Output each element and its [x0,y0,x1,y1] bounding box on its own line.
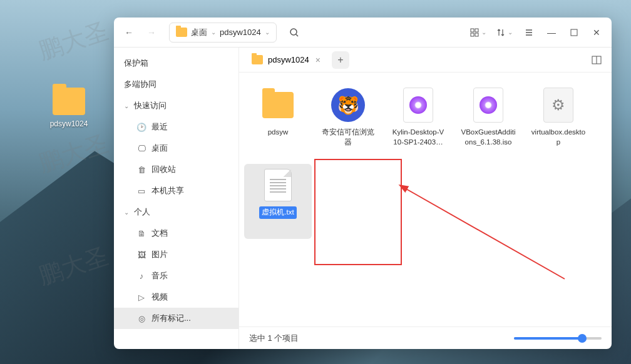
annotation-arrow [396,160,571,285]
close-button[interactable]: ✕ [587,23,607,43]
sidebar-item-music[interactable]: ♪音乐 [114,265,239,286]
status-text: 选中 1 个项目 [249,333,299,344]
sidebar-item-trash[interactable]: 🗑回收站 [114,159,239,180]
menu-button[interactable] [519,23,539,43]
svg-rect-4 [471,33,474,36]
tab-bar: pdsyw1024 × + [239,48,612,73]
sidebar: 保护箱 多端协同 ⌄快速访问 🕑最近 🖵桌面 🗑回收站 ▭本机共享 ⌄个人 🗎文… [114,48,239,349]
titlebar: ← → 桌面 ⌄ pdsyw1024 ⌄ ⌄ ⌄ — ✕ [114,18,612,48]
breadcrumb-pdsyw1024[interactable]: pdsyw1024 ⌄ [220,28,270,37]
file-name: virtualbox.desktop [528,126,588,148]
tab-label: pdsyw1024 [268,55,309,64]
file-name: 奇安信可信浏览器 [318,126,378,148]
zoom-slider[interactable] [514,337,602,340]
file-item-virtualbox-desktop[interactable]: ⚙ virtualbox.desktop [525,84,592,159]
desktop-folder-label: pdsyw1024 [50,119,88,128]
back-button[interactable]: ← [119,23,139,43]
view-grid-button[interactable]: ⌄ [466,23,490,43]
svg-point-0 [290,29,297,35]
file-name: Kylin-Desktop-V10-SP1-2403… [388,126,448,148]
sort-icon [496,28,505,37]
columns-icon [592,56,602,64]
sidebar-item-share[interactable]: ▭本机共享 [114,180,239,201]
annotation-highlight-box [314,159,402,265]
image-icon: 🖼 [136,250,146,260]
desktop-folder-pdsyw1024[interactable]: pdsyw1024 [44,88,94,129]
file-item-vm-txt[interactable]: 虚拟机.txt [244,164,312,239]
search-icon [289,28,299,38]
file-name: pdsyw [265,126,291,139]
columns-button[interactable] [588,51,605,69]
svg-line-1 [296,34,298,36]
clock-icon: 🕑 [136,122,146,132]
status-bar: 选中 1 个项目 [239,326,612,349]
main-area: pdsyw1024 × + pdsyw 🐯 奇安信可信浏览器 [239,48,612,349]
minimize-button[interactable]: — [541,23,562,43]
forward-button[interactable]: → [141,23,162,43]
sidebar-item-desktop[interactable]: 🖵桌面 [114,138,239,159]
slider-thumb[interactable] [578,334,587,343]
breadcrumb-desktop[interactable]: 桌面 ⌄ [191,27,216,38]
folder-icon: ▭ [136,186,146,196]
tag-icon: ◎ [136,313,146,323]
maximize-button[interactable] [564,23,584,43]
sidebar-item-pics[interactable]: 🖼图片 [114,244,239,265]
slider-fill [514,337,582,340]
folder-icon [176,28,187,37]
file-item-vbox-iso[interactable]: VBoxGuestAdditions_6.1.38.iso [454,84,522,159]
video-icon: ▷ [136,292,146,302]
sidebar-header-personal[interactable]: ⌄个人 [114,201,239,223]
file-item-kylin-iso[interactable]: Kylin-Desktop-V10-SP1-2403… [384,84,452,159]
text-file-icon [264,169,292,201]
search-button[interactable] [284,23,304,43]
svg-rect-5 [475,33,478,36]
sidebar-item-tags[interactable]: ◎所有标记... [114,308,239,329]
sidebar-item-baohu[interactable]: 保护箱 [114,53,239,74]
file-grid[interactable]: pdsyw 🐯 奇安信可信浏览器 Kylin-Desktop-V10-SP1-2… [239,73,612,326]
chevron-down-icon: ⌄ [124,103,129,109]
breadcrumb[interactable]: 桌面 ⌄ pdsyw1024 ⌄ [169,23,277,43]
iso-icon [403,88,433,123]
desktop-icon: 🖵 [136,143,146,153]
folder-icon [252,55,263,64]
iso-icon [473,88,503,123]
sidebar-item-recent[interactable]: 🕑最近 [114,116,239,138]
chevron-down-icon: ⌄ [124,209,129,216]
music-icon: ♪ [136,271,146,281]
sidebar-item-docs[interactable]: 🗎文档 [114,223,239,244]
file-item-pdsyw[interactable]: pdsyw [244,84,312,159]
browser-icon: 🐯 [331,88,365,122]
svg-line-12 [405,188,565,279]
hamburger-icon [525,28,533,37]
svg-rect-2 [471,29,474,32]
settings-icon: ⚙ [543,88,573,123]
file-manager-window: ← → 桌面 ⌄ pdsyw1024 ⌄ ⌄ ⌄ — ✕ 保护箱 [114,18,612,349]
sidebar-header-quick[interactable]: ⌄快速访问 [114,95,239,116]
svg-rect-9 [571,29,577,36]
sidebar-item-duoduan[interactable]: 多端协同 [114,74,239,95]
file-item-browser[interactable]: 🐯 奇安信可信浏览器 [314,84,382,159]
folder-icon [53,88,85,115]
file-name: 虚拟机.txt [259,206,296,219]
sort-button[interactable]: ⌄ [493,23,516,43]
maximize-icon [570,29,578,36]
tab-close-button[interactable]: × [314,55,322,65]
tab-pdsyw1024[interactable]: pdsyw1024 × [245,51,328,69]
sidebar-item-video[interactable]: ▷视频 [114,286,239,308]
grid-icon [470,28,479,37]
trash-icon: 🗑 [136,164,146,174]
document-icon: 🗎 [136,228,146,238]
file-name: VBoxGuestAdditions_6.1.38.iso [458,126,518,148]
svg-rect-3 [475,29,478,32]
new-tab-button[interactable]: + [332,51,349,69]
folder-icon [262,92,294,118]
